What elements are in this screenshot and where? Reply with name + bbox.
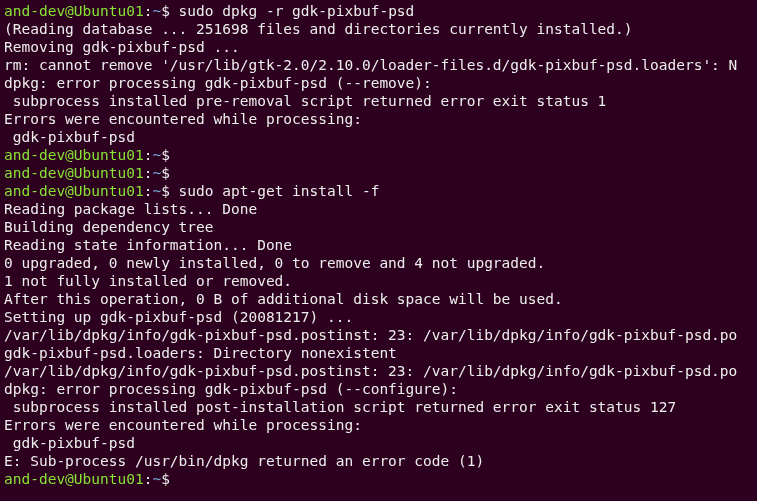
output-line: subprocess installed post-installation s…: [4, 398, 753, 416]
prompt-line: and-dev@Ubuntu01:~$: [4, 146, 753, 164]
output-line: gdk-pixbuf-psd: [4, 128, 753, 146]
prompt-line: and-dev@Ubuntu01:~$ sudo apt-get install…: [4, 182, 753, 200]
output-line: dpkg: error processing gdk-pixbuf-psd (-…: [4, 74, 753, 92]
output-line: subprocess installed pre-removal script …: [4, 92, 753, 110]
prompt-path: ~: [152, 3, 161, 19]
output-line: rm: cannot remove '/usr/lib/gtk-2.0/2.10…: [4, 56, 753, 74]
terminal-output[interactable]: and-dev@Ubuntu01:~$ sudo dpkg -r gdk-pix…: [4, 2, 753, 488]
prompt-line: and-dev@Ubuntu01:~$: [4, 164, 753, 182]
output-line: gdk-pixbuf-psd: [4, 434, 753, 452]
command-text: sudo apt-get install -f: [170, 183, 380, 199]
output-line: Building dependency tree: [4, 218, 753, 236]
prompt-path: ~: [152, 471, 161, 487]
prompt-path: ~: [152, 165, 161, 181]
output-line: Errors were encountered while processing…: [4, 110, 753, 128]
command-text: [170, 147, 179, 163]
prompt-user-host: and-dev@Ubuntu01: [4, 165, 144, 181]
prompt-line: and-dev@Ubuntu01:~$: [4, 470, 753, 488]
output-line: Reading state information... Done: [4, 236, 753, 254]
prompt-end: $: [161, 165, 170, 181]
prompt-line: and-dev@Ubuntu01:~$ sudo dpkg -r gdk-pix…: [4, 2, 753, 20]
output-line: Reading package lists... Done: [4, 200, 753, 218]
output-line: Setting up gdk-pixbuf-psd (20081217) ...: [4, 308, 753, 326]
command-text: sudo dpkg -r gdk-pixbuf-psd: [170, 3, 414, 19]
output-line: Removing gdk-pixbuf-psd ...: [4, 38, 753, 56]
prompt-user-host: and-dev@Ubuntu01: [4, 471, 144, 487]
prompt-end: $: [161, 147, 170, 163]
prompt-path: ~: [152, 147, 161, 163]
command-text: [170, 471, 179, 487]
prompt-user-host: and-dev@Ubuntu01: [4, 147, 144, 163]
prompt-end: $: [161, 471, 170, 487]
output-line: After this operation, 0 B of additional …: [4, 290, 753, 308]
output-line: gdk-pixbuf-psd.loaders: Directory nonexi…: [4, 344, 753, 362]
command-text: [170, 165, 179, 181]
output-line: 0 upgraded, 0 newly installed, 0 to remo…: [4, 254, 753, 272]
output-line: 1 not fully installed or removed.: [4, 272, 753, 290]
output-line: /var/lib/dpkg/info/gdk-pixbuf-psd.postin…: [4, 326, 753, 344]
output-line: E: Sub-process /usr/bin/dpkg returned an…: [4, 452, 753, 470]
prompt-user-host: and-dev@Ubuntu01: [4, 3, 144, 19]
prompt-path: ~: [152, 183, 161, 199]
output-line: /var/lib/dpkg/info/gdk-pixbuf-psd.postin…: [4, 362, 753, 380]
prompt-end: $: [161, 183, 170, 199]
output-line: (Reading database ... 251698 files and d…: [4, 20, 753, 38]
output-line: Errors were encountered while processing…: [4, 416, 753, 434]
prompt-user-host: and-dev@Ubuntu01: [4, 183, 144, 199]
output-line: dpkg: error processing gdk-pixbuf-psd (-…: [4, 380, 753, 398]
prompt-end: $: [161, 3, 170, 19]
